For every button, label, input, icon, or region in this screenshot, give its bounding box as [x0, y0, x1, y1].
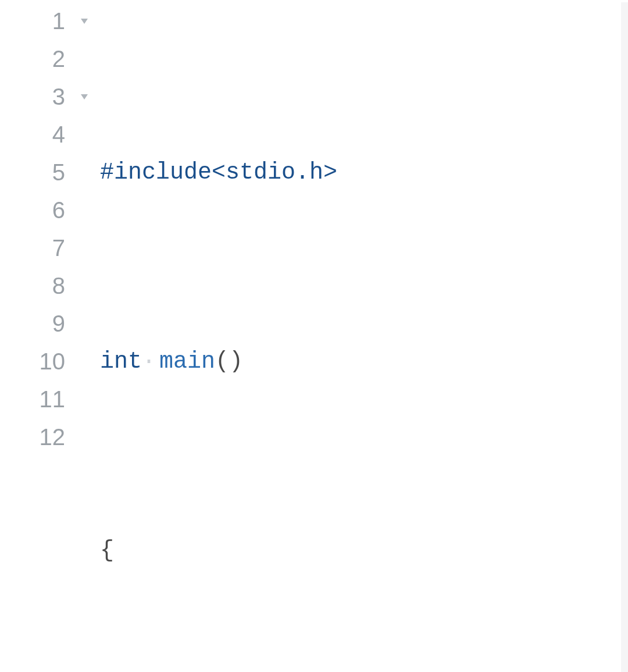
- line-number: 5: [0, 154, 65, 191]
- fold-spacer: [76, 191, 93, 229]
- code-line[interactable]: #include<stdio.h>: [93, 154, 628, 191]
- line-number: 2: [0, 40, 65, 78]
- vertical-scrollbar[interactable]: [621, 2, 628, 672]
- fold-gutter: [76, 2, 93, 672]
- fold-spacer: [76, 40, 93, 78]
- punct-token: (): [215, 349, 243, 375]
- line-number: 8: [0, 267, 65, 305]
- line-number: 7: [0, 229, 65, 267]
- line-number: 3: [0, 78, 65, 116]
- code-line[interactable]: int·main(): [93, 343, 628, 381]
- fold-spacer: [76, 305, 93, 343]
- line-number: 6: [0, 191, 65, 229]
- line-number: 1: [0, 2, 65, 40]
- code-area[interactable]: #include<stdio.h> int·main() { ····int a…: [93, 2, 628, 672]
- fold-spacer: [76, 267, 93, 305]
- fold-spacer: [76, 229, 93, 267]
- line-number: 11: [0, 381, 65, 418]
- fold-spacer: [76, 381, 93, 418]
- line-number-gutter: 1 2 3 4 5 6 7 8 9 10 11 12: [0, 2, 76, 672]
- fold-spacer: [76, 418, 93, 456]
- fold-spacer: [76, 116, 93, 154]
- line-number: 9: [0, 305, 65, 343]
- whitespace-dot: ·: [142, 349, 159, 375]
- line-number: 12: [0, 418, 65, 456]
- function-token: main: [159, 349, 215, 375]
- brace-token: {: [100, 538, 114, 564]
- line-number: 4: [0, 116, 65, 154]
- preprocessor-token: #include<stdio.h>: [100, 159, 337, 186]
- line-number: 10: [0, 343, 65, 381]
- fold-spacer: [76, 343, 93, 381]
- type-token: int: [100, 349, 142, 375]
- fold-spacer: [76, 154, 93, 191]
- code-editor[interactable]: 1 2 3 4 5 6 7 8 9 10 11 12 #include<stdi…: [0, 0, 628, 672]
- code-line[interactable]: {: [93, 532, 628, 570]
- fold-triangle-icon[interactable]: [76, 2, 93, 40]
- fold-triangle-icon[interactable]: [76, 78, 93, 116]
